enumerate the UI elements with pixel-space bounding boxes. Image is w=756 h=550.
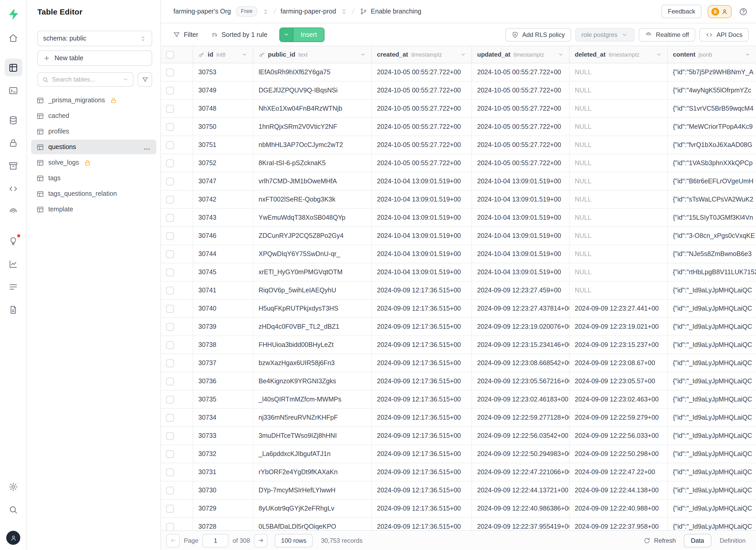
cell-id[interactable]: 30750 xyxy=(193,118,253,136)
cell-public_id[interactable]: RiqOV6p_5wihLeIAEQyhU xyxy=(253,281,372,299)
cell-deleted_at[interactable]: NULL xyxy=(570,63,668,81)
cell-id[interactable]: 30752 xyxy=(193,154,253,172)
cell-content[interactable]: {"id":"_Id9aLyJpMHQLaiQC xyxy=(668,409,756,426)
cell-content[interactable]: {"id":"fvrQ1bXoJ6XaAD08G xyxy=(668,136,756,154)
cell-deleted_at[interactable]: 2024-09-09 12:23:02.463+00 xyxy=(570,391,668,408)
cell-content[interactable]: {"id":"S1vrVC5BrB59wqcM4 xyxy=(668,100,756,117)
cell-public_id[interactable]: _La6pddxcKJIbgufATJ1n xyxy=(253,445,372,463)
cell-created_at[interactable]: 2024-10-04 13:09:01.519+00 xyxy=(372,172,472,190)
cell-deleted_at[interactable]: NULL xyxy=(570,263,668,281)
supabase-logo[interactable] xyxy=(4,5,22,23)
cell-public_id[interactable]: lEfA0sRh9hIXf62Y6ga75 xyxy=(253,63,372,81)
sidebar-item-questions[interactable]: questions… xyxy=(31,140,156,154)
cell-updated_at[interactable]: 2024-09-09 12:23:08.668542+00 xyxy=(472,354,570,372)
project-switcher-icon[interactable] xyxy=(341,8,348,15)
select-all-checkbox[interactable] xyxy=(166,51,174,58)
api-docs-button[interactable]: API Docs xyxy=(699,28,749,41)
cell-public_id[interactable]: xrETl_HyGY0mPMGVqtOTM xyxy=(253,263,372,281)
column-header-public_id[interactable]: public_idtext xyxy=(253,46,372,63)
cell-updated_at[interactable]: 2024-10-04 13:09:01.519+00 xyxy=(472,172,570,190)
cell-public_id[interactable]: 1hnRQjxSRm2V0VticY2NF xyxy=(253,118,372,136)
cell-deleted_at[interactable]: 2024-09-09 12:22:59.279+00 xyxy=(570,409,668,426)
nav-advisors[interactable] xyxy=(4,232,22,250)
cell-created_at[interactable]: 2024-09-09 12:17:36.515+00 xyxy=(372,336,472,354)
cell-updated_at[interactable]: 2024-09-09 12:22:59.277128+00 xyxy=(472,409,570,426)
row-checkbox[interactable] xyxy=(166,414,174,421)
cell-updated_at[interactable]: 2024-09-09 12:22:44.13721+00 xyxy=(472,481,570,499)
nav-api-docs[interactable] xyxy=(4,301,22,318)
cell-content[interactable]: {"id":"_Id9aLyJpMHQLaiQC xyxy=(668,427,756,445)
cell-deleted_at[interactable]: NULL xyxy=(570,245,668,263)
insert-button[interactable]: Insert xyxy=(279,27,325,42)
cell-id[interactable]: 30735 xyxy=(193,391,253,408)
cell-updated_at[interactable]: 2024-09-09 12:22:50.294983+00 xyxy=(472,445,570,463)
nav-settings[interactable] xyxy=(4,478,22,495)
cell-updated_at[interactable]: 2024-09-09 12:22:47.221066+00 xyxy=(472,463,570,481)
cell-updated_at[interactable]: 2024-10-04 13:09:01.519+00 xyxy=(472,209,570,226)
cell-deleted_at[interactable]: 2024-09-09 12:23:27.441+00 xyxy=(570,300,668,317)
nav-logs[interactable] xyxy=(4,278,22,296)
cell-id[interactable]: 30740 xyxy=(193,300,253,317)
cell-content[interactable]: {"id":"_Id9aLyJpMHQLaiQC xyxy=(668,481,756,499)
cell-content[interactable]: {"id":"15LSIyT0JGMf3Kl4Vn xyxy=(668,209,756,226)
cell-content[interactable]: {"id":"_Id9aLyJpMHQLaiQC xyxy=(668,463,756,481)
cell-content[interactable]: {"id":"_Id9aLyJpMHQLaiQC xyxy=(668,318,756,336)
cell-updated_at[interactable]: 2024-10-05 00:55:27.722+00 xyxy=(472,118,570,136)
row-checkbox[interactable] xyxy=(166,86,174,94)
cell-public_id[interactable]: zHDq4c0F0VBF_TL2_dBZ1 xyxy=(253,318,372,336)
column-header-content[interactable]: contentjsonb xyxy=(668,46,756,63)
cell-deleted_at[interactable]: 2024-09-09 12:22:37.958+00 xyxy=(570,518,668,530)
cell-deleted_at[interactable]: 2024-09-09 12:22:44.138+00 xyxy=(570,481,668,499)
cell-id[interactable]: 30728 xyxy=(193,518,253,530)
row-checkbox[interactable] xyxy=(166,268,174,276)
search-tables-input[interactable] xyxy=(52,76,119,83)
row-checkbox[interactable] xyxy=(166,341,174,349)
cell-deleted_at[interactable]: 2024-09-09 12:22:47.22+00 xyxy=(570,463,668,481)
row-checkbox[interactable] xyxy=(166,159,174,167)
cell-deleted_at[interactable]: 2024-09-09 12:22:40.988+00 xyxy=(570,500,668,517)
cell-deleted_at[interactable]: NULL xyxy=(570,82,668,99)
cell-deleted_at[interactable]: 2024-09-09 12:23:19.021+00 xyxy=(570,318,668,336)
cell-public_id[interactable]: XPQwDIqY6Y75SwDnU-qr_ xyxy=(253,245,372,263)
cell-deleted_at[interactable]: 2024-09-09 12:22:56.033+00 xyxy=(570,427,668,445)
insert-dropdown-icon[interactable] xyxy=(280,28,293,41)
cell-public_id[interactable]: vrlh7CMD-JtM1bOweMHfA xyxy=(253,172,372,190)
cell-content[interactable]: {"id":"_Id9aLyJpMHQLaiQC xyxy=(668,372,756,390)
cell-public_id[interactable]: DYp-7mcyMSIrHefLYIwwH xyxy=(253,481,372,499)
sidebar-item-template[interactable]: template xyxy=(31,202,156,217)
cell-updated_at[interactable]: 2024-10-04 13:09:01.519+00 xyxy=(472,245,570,263)
cell-deleted_at[interactable]: 2024-09-09 12:22:50.298+00 xyxy=(570,445,668,463)
cell-deleted_at[interactable]: 2024-09-09 12:23:05.57+00 xyxy=(570,372,668,390)
row-checkbox[interactable] xyxy=(166,105,174,112)
row-checkbox[interactable] xyxy=(166,196,174,203)
cell-created_at[interactable]: 2024-10-05 00:55:27.722+00 xyxy=(372,100,472,117)
cell-content[interactable]: {"id":"NJe5s8ZmBwnoB6e3 xyxy=(668,245,756,263)
row-checkbox[interactable] xyxy=(166,505,174,512)
cell-updated_at[interactable]: 2024-10-05 00:55:27.722+00 xyxy=(472,82,570,99)
role-select[interactable]: role postgres xyxy=(575,28,635,41)
cell-id[interactable]: 30747 xyxy=(193,172,253,190)
cell-created_at[interactable]: 2024-09-09 12:17:36.515+00 xyxy=(372,318,472,336)
cell-updated_at[interactable]: 2024-10-05 00:55:27.722+00 xyxy=(472,154,570,172)
cell-updated_at[interactable]: 2024-09-09 12:22:56.03542+00 xyxy=(472,427,570,445)
cell-public_id[interactable]: Be4KignzoK9YRGNI3Zgks xyxy=(253,372,372,390)
row-checkbox[interactable] xyxy=(166,377,174,385)
cell-id[interactable]: 30749 xyxy=(193,82,253,99)
cell-updated_at[interactable]: 2024-10-05 00:55:27.722+00 xyxy=(472,63,570,81)
nav-database[interactable] xyxy=(4,111,22,129)
sidebar-item-profiles[interactable]: profiles xyxy=(31,124,156,139)
refresh-button[interactable]: Refresh xyxy=(638,534,680,547)
cell-public_id[interactable]: NhXEo1Xw04FnB4RzWTNjb xyxy=(253,100,372,117)
next-page-button[interactable] xyxy=(254,534,268,547)
assistant-button[interactable]: 0 xyxy=(708,5,732,18)
cell-id[interactable]: 30732 xyxy=(193,445,253,463)
cell-deleted_at[interactable]: 2024-09-09 12:23:15.237+00 xyxy=(570,336,668,354)
cell-content[interactable]: {"id":"_Id9aLyJpMHQLaiQC xyxy=(668,445,756,463)
cell-public_id[interactable]: 8KraI-tSI-6-pSZcknaK5 xyxy=(253,154,372,172)
cell-created_at[interactable]: 2024-10-04 13:09:01.519+00 xyxy=(372,209,472,226)
cell-created_at[interactable]: 2024-09-09 12:17:36.515+00 xyxy=(372,372,472,390)
cell-content[interactable]: {"id":"4wyNgK55lOfrpmYZc xyxy=(668,82,756,99)
cell-created_at[interactable]: 2024-10-05 00:55:27.722+00 xyxy=(372,63,472,81)
cell-id[interactable]: 30731 xyxy=(193,463,253,481)
org-breadcrumb[interactable]: farming-paper's Org xyxy=(173,8,231,15)
